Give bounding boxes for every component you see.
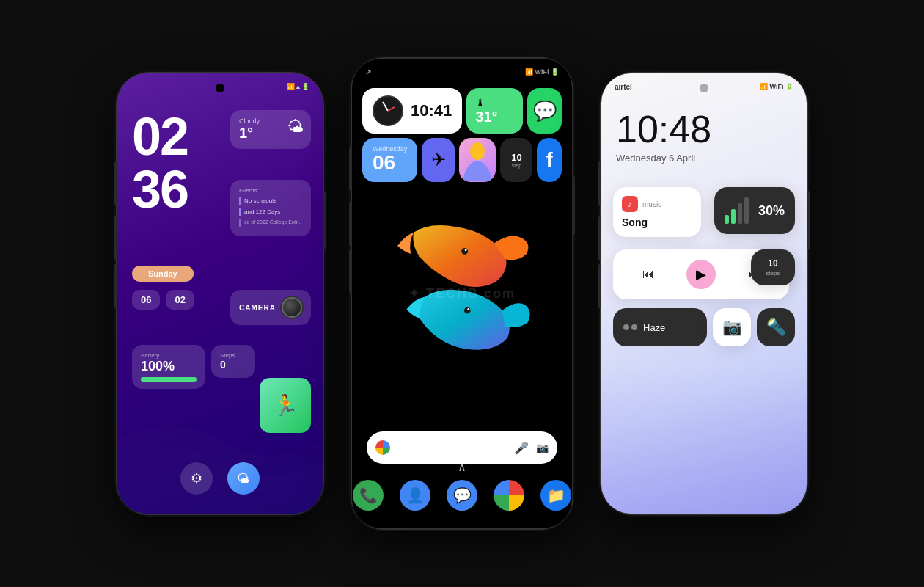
lens-icon[interactable]: 📷 bbox=[536, 442, 549, 453]
person-illustration bbox=[459, 140, 496, 181]
event-item-2: and 122 Days bbox=[239, 208, 302, 216]
p2-clock-widget[interactable]: 10:41 bbox=[362, 88, 462, 134]
p1-hour: 02 bbox=[132, 110, 188, 163]
haze-dot-2 bbox=[631, 324, 637, 330]
p2-steps-widget[interactable]: 10 step bbox=[500, 138, 532, 182]
event-item-1: No schedule bbox=[239, 197, 302, 205]
p2-widgets: 10:41 🌡 31° 💬 Wednesday bbox=[362, 88, 562, 182]
p3-carrier: airtel bbox=[615, 83, 632, 91]
p2-plane-widget[interactable]: ✈ bbox=[422, 138, 455, 182]
p2-clock-time: 10:41 bbox=[411, 101, 452, 120]
p3-camera-widget[interactable]: 📷 bbox=[713, 308, 751, 346]
weather-label: Cloudy bbox=[239, 117, 302, 125]
p2-photo-inner bbox=[459, 138, 496, 182]
p1-date-1[interactable]: 06 bbox=[132, 290, 160, 310]
p1-camera-widget[interactable]: CAMERA bbox=[230, 290, 311, 325]
prev-button[interactable]: ⏮ bbox=[637, 263, 660, 286]
p2-carrier: ↗ bbox=[365, 68, 371, 76]
wave-bg bbox=[117, 367, 323, 514]
svg-point-1 bbox=[461, 248, 468, 255]
steps-label: steps bbox=[758, 270, 788, 277]
mic-icon[interactable]: 🎤 bbox=[514, 441, 529, 455]
svg-point-0 bbox=[470, 142, 485, 160]
phone-3: airtel 📶 WiFi 🔋 10:48 Wednesday 6 April … bbox=[601, 73, 807, 514]
svg-point-4 bbox=[467, 308, 469, 310]
dolphin-illustration bbox=[381, 205, 543, 367]
photos-app-icon[interactable] bbox=[494, 480, 524, 511]
camera-lens bbox=[282, 297, 302, 318]
p3-bottom-row: Haze 📷 🔦 bbox=[613, 308, 795, 346]
steps-unit: step bbox=[512, 163, 521, 168]
p1-clock: 02 36 bbox=[132, 110, 188, 216]
p1-day-badge[interactable]: Sunday bbox=[132, 266, 194, 282]
p2-date-widget[interactable]: Wednesday 06 bbox=[362, 138, 417, 182]
p2-row1: 10:41 🌡 31° 💬 bbox=[362, 88, 562, 134]
p1-events-widget[interactable]: Events: No schedule and 122 Days se of 2… bbox=[230, 180, 311, 236]
battery-label: Battery bbox=[141, 352, 197, 359]
haze-dot-1 bbox=[623, 324, 629, 330]
svg-point-2 bbox=[465, 249, 467, 251]
p3-steps-widget[interactable]: 10 steps bbox=[751, 249, 795, 285]
event-item-3: se of 2022 College Entr... bbox=[239, 219, 302, 227]
haze-dots bbox=[623, 324, 637, 330]
p2-dolphins bbox=[381, 205, 543, 367]
p2-row2: Wednesday 06 ✈ bbox=[362, 138, 562, 182]
p2-whatsapp-widget[interactable]: 💬 bbox=[527, 88, 562, 134]
p3-music-widget[interactable]: ♪ music Song bbox=[613, 187, 701, 237]
music-title: Song bbox=[622, 216, 692, 228]
bar4 bbox=[744, 197, 749, 224]
phone-2-screen: ↗ 📶 WiFi 🔋 10:41 🌡 31° bbox=[352, 59, 572, 528]
p3-torch-widget[interactable]: 🔦 bbox=[757, 308, 795, 346]
p3-date: Wednesday 6 April bbox=[616, 153, 695, 164]
phone-3-screen: airtel 📶 WiFi 🔋 10:48 Wednesday 6 April … bbox=[601, 73, 807, 514]
play-button[interactable]: ▶ bbox=[686, 260, 716, 289]
battery-percent: 30% bbox=[758, 203, 785, 219]
phone-2: ↗ 📶 WiFi 🔋 10:41 🌡 31° bbox=[352, 59, 572, 528]
p2-dock: 📞 👤 💬 📁 bbox=[352, 480, 572, 511]
p2-photo-widget[interactable] bbox=[459, 138, 496, 182]
p3-bottom-gradient bbox=[601, 367, 807, 514]
p2-search-bar[interactable]: 🎤 📷 bbox=[367, 431, 557, 464]
p2-status-right: 📶 WiFi 🔋 bbox=[525, 68, 559, 76]
svg-point-3 bbox=[464, 307, 471, 314]
music-app-row: ♪ music bbox=[622, 196, 692, 212]
google-logo bbox=[375, 440, 390, 455]
camera-hole-1 bbox=[216, 84, 224, 92]
messages-app-icon[interactable]: 💬 bbox=[447, 480, 477, 511]
camera-hole-3 bbox=[700, 84, 708, 92]
p3-haze-widget[interactable]: Haze bbox=[613, 308, 707, 346]
music-label: music bbox=[642, 200, 661, 208]
temp-icon: 🌡 bbox=[475, 97, 514, 109]
p1-min: 36 bbox=[132, 163, 188, 216]
files-app-icon[interactable]: 📁 bbox=[540, 480, 571, 511]
p1-weather-widget[interactable]: 🌤 Cloudy 1° bbox=[230, 110, 311, 149]
haze-text: Haze bbox=[643, 322, 665, 333]
whatsapp-icon: 💬 bbox=[533, 100, 557, 123]
torch-icon: 🔦 bbox=[766, 318, 786, 337]
steps-val: 10 bbox=[758, 258, 788, 269]
camera-label: CAMERA bbox=[239, 304, 276, 312]
camera-hole-2 bbox=[458, 68, 466, 76]
p3-status-right: 📶 WiFi 🔋 bbox=[760, 83, 793, 90]
p1-date-boxes: 06 02 bbox=[132, 290, 194, 310]
steps-count: 10 bbox=[511, 152, 521, 163]
contacts-app-icon[interactable]: 👤 bbox=[400, 480, 430, 511]
temp-val: 31° bbox=[475, 109, 514, 125]
p2-date-num: 06 bbox=[373, 153, 395, 173]
p3-time: 10:48 bbox=[616, 110, 711, 148]
p3-battery-widget[interactable]: 30% bbox=[714, 187, 795, 234]
facebook-icon: f bbox=[546, 148, 553, 172]
music-app-icon: ♪ bbox=[622, 196, 638, 212]
phone-1: 📶▲🔋 02 36 🌤 Cloudy 1° Events: No schedul… bbox=[117, 73, 323, 514]
phone-1-screen: 📶▲🔋 02 36 🌤 Cloudy 1° Events: No schedul… bbox=[117, 73, 323, 514]
p2-facebook-widget[interactable]: f bbox=[537, 138, 562, 182]
status-right-1: 📶▲🔋 bbox=[287, 83, 309, 90]
bar2 bbox=[731, 209, 736, 224]
p1-date-2[interactable]: 02 bbox=[166, 290, 194, 310]
phone-app-icon[interactable]: 📞 bbox=[353, 480, 384, 511]
p2-clock-face bbox=[373, 95, 403, 126]
events-label: Events: bbox=[239, 187, 302, 194]
p2-temp-widget[interactable]: 🌡 31° bbox=[466, 88, 523, 134]
battery-bars bbox=[725, 197, 749, 224]
bar1 bbox=[725, 215, 729, 224]
